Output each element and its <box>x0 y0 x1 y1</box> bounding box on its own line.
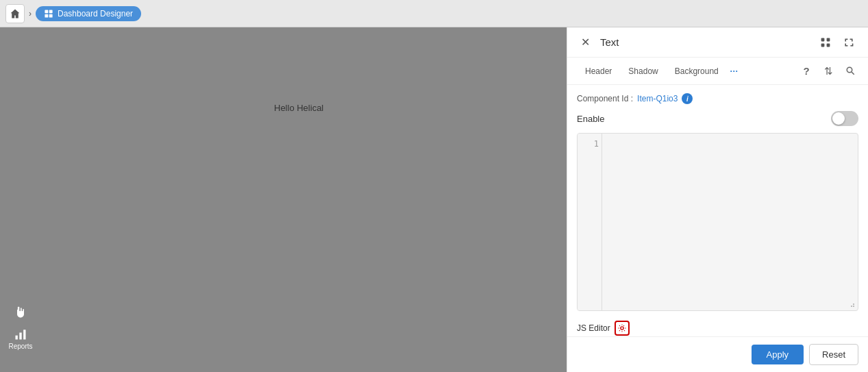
info-letter: i <box>686 95 689 103</box>
svg-rect-4 <box>15 336 17 340</box>
svg-rect-6 <box>23 330 25 339</box>
panel-header: ✕ Text <box>567 27 868 58</box>
main-area: Hello Helical Reports ✕ <box>0 27 868 372</box>
component-id-value: Item-Q1io3 <box>637 94 678 103</box>
question-icon: ? <box>803 65 809 77</box>
top-bar: › Dashboard Designer <box>0 0 868 27</box>
js-editor-label: JS Editor <box>577 323 610 333</box>
code-line-numbers: 1 <box>578 134 602 310</box>
close-icon: ✕ <box>581 36 590 49</box>
right-panel: ✕ Text <box>567 27 868 372</box>
apply-button[interactable]: Apply <box>752 345 804 364</box>
enable-toggle[interactable] <box>831 111 858 126</box>
tab-shadow-label: Shadow <box>628 66 658 76</box>
svg-point-14 <box>851 306 852 307</box>
svg-rect-10 <box>827 43 830 47</box>
canvas-area[interactable]: Hello Helical Reports <box>0 27 567 372</box>
js-editor-icon-button[interactable] <box>615 321 630 336</box>
tab-right-icons: ? ⇅ <box>798 63 858 79</box>
home-icon <box>10 8 21 19</box>
tab-header[interactable]: Header <box>577 58 620 85</box>
svg-rect-0 <box>45 10 48 13</box>
panel-view-toggle-button[interactable] <box>816 33 835 52</box>
resize-handle[interactable] <box>847 299 856 309</box>
code-editor-wrapper[interactable]: 1 <box>577 133 858 311</box>
left-sidebar: Reports <box>0 303 41 358</box>
svg-rect-1 <box>49 10 53 13</box>
sort-button[interactable]: ⇅ <box>820 63 836 79</box>
panel-title: Text <box>600 36 809 48</box>
tab-header-label: Header <box>585 66 612 76</box>
hand-icon <box>14 306 27 319</box>
component-info-icon[interactable]: i <box>682 93 693 104</box>
svg-rect-7 <box>821 38 825 41</box>
more-dots-icon: ··· <box>730 64 738 78</box>
canvas-hello-text: Hello Helical <box>274 103 323 113</box>
svg-rect-3 <box>49 14 53 17</box>
panel-expand-button[interactable] <box>839 33 858 52</box>
designer-label: Dashboard Designer <box>58 9 133 18</box>
js-editor-row: JS Editor <box>577 321 858 336</box>
component-id-prefix: Component Id : <box>577 94 633 103</box>
panel-tabs: Header Shadow Background ··· ? ⇅ <box>567 58 868 85</box>
tab-more-button[interactable]: ··· <box>730 64 738 78</box>
sidebar-reports[interactable]: Reports <box>4 325 36 353</box>
enable-label: Enable <box>577 114 604 124</box>
svg-point-13 <box>853 306 854 307</box>
home-button[interactable] <box>5 4 25 23</box>
tab-shadow[interactable]: Shadow <box>620 58 666 85</box>
search-panel-button[interactable] <box>842 63 858 79</box>
panel-close-button[interactable]: ✕ <box>577 34 593 51</box>
reset-button[interactable]: Reset <box>809 344 858 365</box>
toggle-knob <box>832 112 845 125</box>
settings-icon <box>617 323 627 333</box>
reports-icon <box>14 327 27 341</box>
component-id-row: Component Id : Item-Q1io3 i <box>577 93 858 104</box>
svg-line-12 <box>852 72 854 75</box>
svg-rect-2 <box>45 14 48 17</box>
panel-body: Component Id : Item-Q1io3 i Enable 1 <box>567 85 868 336</box>
panel-footer: Apply Reset <box>567 336 868 372</box>
tab-background-label: Background <box>675 66 719 76</box>
svg-rect-9 <box>821 43 825 47</box>
enable-row: Enable <box>577 111 858 126</box>
help-icon-button[interactable]: ? <box>798 63 815 79</box>
designer-icon <box>44 9 53 18</box>
svg-point-16 <box>621 327 623 330</box>
line-number-1: 1 <box>580 139 599 149</box>
search-icon <box>845 66 856 76</box>
svg-point-15 <box>853 303 854 305</box>
expand-icon <box>843 37 854 48</box>
svg-point-11 <box>847 67 852 73</box>
tab-background[interactable]: Background <box>667 58 727 85</box>
breadcrumb-arrow: › <box>29 9 32 18</box>
panel-header-actions <box>816 33 858 52</box>
sort-icon: ⇅ <box>824 65 833 77</box>
breadcrumb-designer[interactable]: Dashboard Designer <box>36 6 141 21</box>
svg-rect-5 <box>19 333 21 340</box>
reports-label: Reports <box>8 343 32 350</box>
view-toggle-icon <box>820 37 831 48</box>
sidebar-hand-tool[interactable] <box>10 303 32 322</box>
code-editor-textarea[interactable] <box>602 134 858 311</box>
svg-rect-8 <box>827 38 830 41</box>
